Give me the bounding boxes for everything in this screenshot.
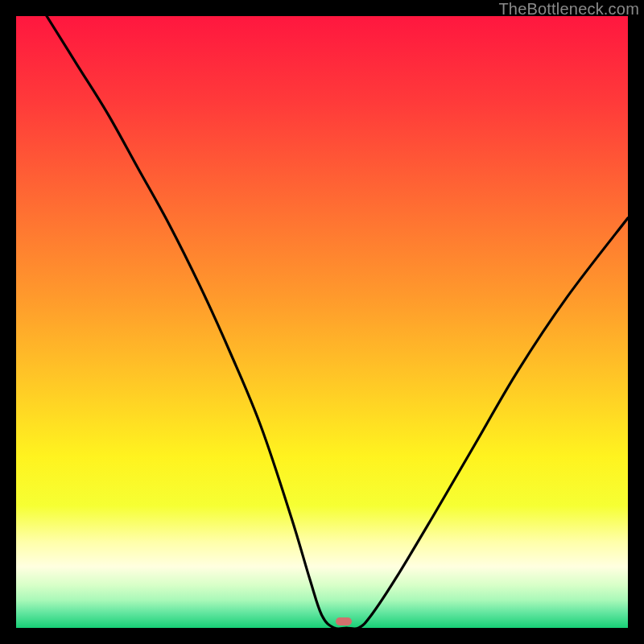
chart-frame: TheBottleneck.com [0, 0, 644, 644]
plot-area [16, 16, 628, 628]
optimal-point-marker [336, 617, 352, 625]
watermark-text: TheBottleneck.com [498, 0, 639, 19]
background-gradient [16, 16, 628, 628]
